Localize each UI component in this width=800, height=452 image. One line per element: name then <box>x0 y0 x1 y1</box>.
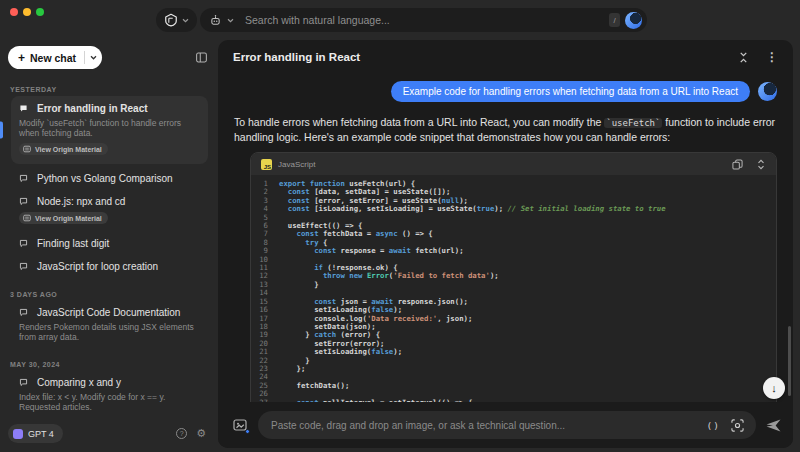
chevron-down-icon[interactable] <box>227 18 234 23</box>
chat-bubble-icon <box>19 378 28 387</box>
code-text: const [isLoading, setIsLoading] = useSta… <box>279 205 666 213</box>
close-window-button[interactable] <box>10 8 18 16</box>
conversation-item[interactable]: JavaScript Code DocumentationRenders Pok… <box>0 301 218 348</box>
plus-icon: + <box>18 51 25 65</box>
chat-bubble-icon <box>19 174 28 183</box>
pieces-logo-icon <box>164 13 178 27</box>
conversation-title: Python vs Golang Comparison <box>37 173 173 184</box>
image-scan-icon[interactable] <box>731 419 744 432</box>
code-text: fetchData(); <box>279 382 349 390</box>
scroll-to-bottom-button[interactable]: ↓ <box>763 377 785 399</box>
user-message-bubble: Example code for handling errors when fe… <box>391 81 750 102</box>
origin-material-icon <box>23 145 31 153</box>
model-selector[interactable]: GPT 4 <box>8 424 63 443</box>
code-block: JS JavaScript 1expor <box>250 152 777 402</box>
user-avatar <box>758 82 777 101</box>
divider <box>84 51 85 64</box>
conversation-item[interactable]: Python vs Golang Comparison <box>0 167 218 190</box>
global-search-bar[interactable]: Search with natural language... / <box>200 8 647 32</box>
new-chat-button[interactable]: + New chat <box>8 46 102 69</box>
notification-dot <box>245 429 250 434</box>
chevron-down-icon[interactable] <box>90 55 97 60</box>
chat-title: Error handling in React <box>233 51 360 63</box>
code-line: 25 fetchData(); <box>251 382 776 390</box>
conversation-title: JavaScript for loop creation <box>37 261 158 272</box>
badge-label: View Origin Material <box>35 146 102 153</box>
prompt-input[interactable]: Paste code, drag and drop an image, or a… <box>258 411 756 439</box>
conversation-item[interactable]: Comparing x and yIndex file: x < y. Modi… <box>0 371 218 418</box>
code-text: }; <box>279 365 305 373</box>
code-line: 22 } <box>251 357 776 365</box>
chat-bubble-icon <box>19 262 28 271</box>
code-line: 4 const [isLoading, setIsLoading] = useS… <box>251 205 776 213</box>
new-chat-label: New chat <box>30 52 76 64</box>
code-block-header: JS JavaScript <box>251 153 776 175</box>
code-line: 9 const response = await fetch(url); <box>251 247 776 255</box>
section-label: YESTERDAY <box>10 86 218 93</box>
model-icon <box>13 429 23 439</box>
saved-materials-icon[interactable] <box>232 417 248 433</box>
prompt-placeholder: Paste code, drag and drop an image, or a… <box>271 420 696 431</box>
badge-label: View Origin Material <box>35 215 102 222</box>
code-block-body: 1export function useFetch(url) {2 const … <box>251 175 776 402</box>
search-placeholder: Search with natural language... <box>245 14 604 26</box>
conversation-title: Comparing x and y <box>37 377 121 388</box>
expand-code-icon[interactable] <box>756 159 766 170</box>
conversation-title: Error handling in React <box>37 103 148 114</box>
chat-panel: Error handling in React ⋮ Example code f… <box>218 40 793 448</box>
chevron-down-icon <box>182 18 189 23</box>
user-message-row: Example code for handling errors when fe… <box>234 81 777 102</box>
conversation-item[interactable]: Finding last digit <box>0 232 218 255</box>
javascript-icon: JS <box>261 159 272 170</box>
conversation-description: Renders Pokemon details using JSX elemen… <box>19 322 208 342</box>
chat-bubble-icon <box>19 239 28 248</box>
code-line: 12 throw new Error('Failed to fetch data… <box>251 272 776 280</box>
search-shortcut-badge: / <box>609 13 620 27</box>
minimize-window-button[interactable] <box>23 8 31 16</box>
active-indicator <box>0 122 3 139</box>
app-menu-button[interactable] <box>156 8 197 32</box>
sidebar: + New chat YESTERDAYError handling in Re… <box>0 40 218 452</box>
conversation-list: YESTERDAYError handling in ReactModify `… <box>0 71 218 418</box>
model-label: GPT 4 <box>28 429 54 439</box>
conversation-title: Node.js: npx and cd <box>37 196 125 207</box>
collapse-icon[interactable] <box>738 52 749 63</box>
scrollbar[interactable] <box>788 326 791 396</box>
conversation-item[interactable]: JavaScript for loop creation <box>0 255 218 278</box>
origin-material-icon <box>23 214 31 222</box>
gear-icon[interactable]: ⚙ <box>196 428 206 439</box>
copy-code-icon[interactable] <box>732 159 743 170</box>
chat-bubble-icon <box>19 308 28 317</box>
conversation-item[interactable]: Node.js: npx and cdView Origin Material <box>0 190 218 232</box>
inline-code: `useFetch` <box>604 118 662 128</box>
conversation-description: Index file: x < y. Modify code for x == … <box>19 392 208 412</box>
code-line: 7 const fetchData = async () => { <box>251 230 776 238</box>
toggle-sidebar-icon[interactable] <box>195 51 208 64</box>
code-language-label: JavaScript <box>278 160 315 169</box>
message-list: Example code for handling errors when fe… <box>218 74 793 402</box>
chat-bubble-icon <box>19 197 28 206</box>
assistant-message: To handle errors when fetching data from… <box>234 115 777 144</box>
insert-code-icon[interactable]: () <box>707 420 720 431</box>
code-text: const response = await fetch(url); <box>279 247 464 255</box>
conversation-description: Modify `useFetch` function to handle err… <box>19 118 200 138</box>
code-line: 13 } <box>251 281 776 289</box>
view-origin-material-badge[interactable]: View Origin Material <box>19 143 108 155</box>
user-avatar[interactable] <box>625 12 642 29</box>
send-icon[interactable] <box>766 419 781 432</box>
section-label: 3 DAYS AGO <box>10 291 218 298</box>
help-icon[interactable]: ? <box>176 428 187 439</box>
view-origin-material-badge[interactable]: View Origin Material <box>19 212 108 224</box>
more-options-icon[interactable]: ⋮ <box>766 50 778 64</box>
copilot-icon <box>209 14 222 27</box>
conversation-title: Finding last digit <box>37 238 109 249</box>
window-controls <box>10 8 44 16</box>
prompt-input-bar: Paste code, drag and drop an image, or a… <box>218 402 793 448</box>
code-line: 21 setIsLoading(false); <box>251 348 776 356</box>
assistant-text-part: To handle errors when fetching data from… <box>234 116 604 128</box>
code-line: 23 }; <box>251 365 776 373</box>
zoom-window-button[interactable] <box>36 8 44 16</box>
chat-bubble-icon <box>19 104 28 113</box>
section-label: MAY 30, 2024 <box>10 361 218 368</box>
conversation-item[interactable]: Error handling in ReactModify `useFetch`… <box>11 96 208 164</box>
